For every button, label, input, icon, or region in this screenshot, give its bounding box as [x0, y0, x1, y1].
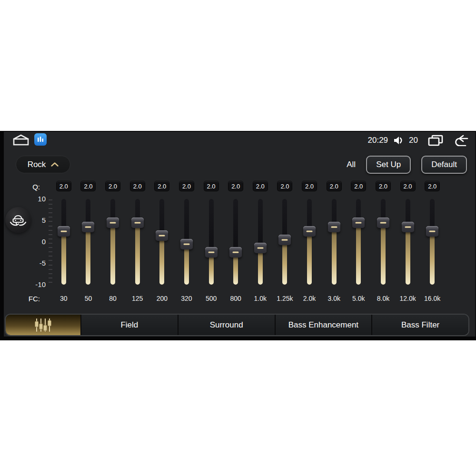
- slider-gold-fill: [381, 223, 386, 285]
- tab-bass-filter[interactable]: Bass Filter: [371, 315, 468, 335]
- clock: 20:29: [368, 136, 388, 145]
- q-value-box[interactable]: 2.0: [253, 181, 268, 191]
- slider-gold-fill: [61, 231, 66, 285]
- tab-bass-enhancement[interactable]: Bass Enhancement: [275, 315, 372, 335]
- slider-handle[interactable]: [131, 218, 144, 228]
- slider-gold-fill: [159, 236, 164, 285]
- q-value-box[interactable]: 2.0: [130, 181, 145, 191]
- q-value-box[interactable]: 2.0: [278, 181, 292, 191]
- frequency-label: 8.0k: [377, 295, 389, 302]
- slider-track[interactable]: [159, 199, 164, 285]
- tab-field[interactable]: Field: [80, 315, 178, 335]
- q-value-box[interactable]: 2.0: [204, 181, 218, 191]
- equalizer-bands: 2.0 30 2.0 50 2.0 80 2.0 125 2.0: [51, 178, 445, 303]
- q-value-box[interactable]: 2.0: [81, 181, 95, 191]
- tab-label: Bass Filter: [401, 320, 439, 330]
- slider-track[interactable]: [307, 199, 312, 285]
- fc-axis-label: FC:: [0, 295, 40, 303]
- slider-gold-fill: [406, 227, 410, 285]
- slider-handle[interactable]: [402, 222, 414, 232]
- bottom-tab-bar: FieldSurroundBass EnhancementBass Filter: [5, 314, 469, 336]
- frequency-label: 500: [206, 295, 217, 302]
- eq-band-column: 2.0 2.0k: [297, 178, 322, 303]
- volume-level: 20: [409, 136, 418, 145]
- slider-handle[interactable]: [328, 222, 340, 232]
- eq-band-column: 2.0 125: [125, 178, 150, 303]
- q-value-box[interactable]: 2.0: [302, 181, 317, 191]
- recent-apps-button[interactable]: [427, 134, 444, 147]
- slider-handle[interactable]: [278, 235, 291, 245]
- slider-handle[interactable]: [377, 218, 389, 228]
- q-value-box[interactable]: 2.0: [57, 181, 71, 191]
- slider-track[interactable]: [135, 199, 140, 285]
- slider-track[interactable]: [110, 199, 115, 285]
- home-button[interactable]: [12, 134, 30, 146]
- q-value-box[interactable]: 2.0: [327, 181, 341, 191]
- q-value-box[interactable]: 2.0: [351, 181, 366, 191]
- frequency-label: 30: [60, 295, 68, 302]
- slider-handle[interactable]: [107, 218, 119, 228]
- slider-track[interactable]: [381, 199, 386, 285]
- slider-gold-fill: [282, 240, 287, 285]
- screen-left-edge: [0, 131, 4, 340]
- equalizer-screen: 20:29 20 Rock All Set Up: [0, 131, 476, 340]
- slider-gold-fill: [86, 227, 90, 285]
- y-axis-tick-label: 10: [0, 195, 46, 203]
- screen-top-edge: [0, 131, 476, 132]
- q-value-box[interactable]: 2.0: [425, 181, 439, 191]
- frequency-label: 1.0k: [254, 295, 267, 302]
- slider-gold-fill: [184, 244, 189, 285]
- q-value-box[interactable]: 2.0: [401, 181, 415, 191]
- q-value-box[interactable]: 2.0: [106, 181, 120, 191]
- slider-handle[interactable]: [426, 226, 438, 237]
- y-axis-tick-label: -10: [0, 280, 46, 288]
- eq-band-column: 2.0 12.0k: [396, 178, 420, 303]
- music-app-icon[interactable]: [34, 133, 47, 146]
- sound-field-car-button[interactable]: [5, 207, 31, 233]
- slider-track[interactable]: [209, 199, 214, 285]
- slider-handle[interactable]: [229, 247, 242, 258]
- frequency-label: 1.25k: [277, 295, 293, 302]
- back-button[interactable]: [453, 135, 468, 146]
- q-value-box[interactable]: 2.0: [179, 181, 194, 191]
- preset-name: Rock: [28, 160, 46, 169]
- q-value-box[interactable]: 2.0: [228, 181, 243, 191]
- slider-track[interactable]: [86, 199, 90, 285]
- slider-gold-fill: [110, 223, 115, 285]
- q-value-box[interactable]: 2.0: [155, 181, 169, 191]
- tab-surround[interactable]: Surround: [178, 315, 275, 335]
- preset-selector[interactable]: Rock: [16, 156, 70, 173]
- all-toggle[interactable]: All: [347, 160, 356, 169]
- default-button[interactable]: Default: [421, 156, 467, 174]
- slider-track[interactable]: [406, 199, 410, 285]
- slider-track[interactable]: [356, 199, 361, 285]
- tab-equalizer[interactable]: [6, 315, 80, 335]
- frequency-label: 12.0k: [399, 295, 416, 302]
- y-axis-tick-label: 0: [0, 238, 46, 246]
- slider-handle[interactable]: [58, 226, 70, 237]
- slider-handle[interactable]: [180, 239, 193, 249]
- slider-handle[interactable]: [303, 226, 316, 237]
- set-up-button[interactable]: Set Up: [366, 156, 411, 174]
- frequency-label: 800: [230, 295, 241, 302]
- slider-track[interactable]: [430, 199, 435, 285]
- slider-handle[interactable]: [156, 230, 168, 241]
- slider-handle[interactable]: [352, 218, 365, 228]
- header-actions: All Set Up Default: [347, 156, 467, 174]
- slider-track[interactable]: [258, 199, 263, 285]
- slider-track[interactable]: [233, 199, 238, 285]
- q-value-box[interactable]: 2.0: [376, 181, 390, 191]
- eq-band-column: 2.0 80: [100, 178, 125, 303]
- slider-track[interactable]: [332, 199, 337, 285]
- speaker-icon: [393, 136, 404, 145]
- slider-handle[interactable]: [254, 243, 267, 253]
- slider-handle[interactable]: [205, 247, 218, 258]
- back-icon: [453, 135, 468, 146]
- home-icon: [12, 134, 30, 146]
- slider-gold-fill: [258, 248, 263, 285]
- frequency-label: 125: [132, 295, 143, 302]
- slider-track[interactable]: [61, 199, 66, 285]
- slider-handle[interactable]: [82, 222, 94, 232]
- slider-gold-fill: [307, 231, 312, 285]
- frequency-label: 200: [157, 295, 168, 302]
